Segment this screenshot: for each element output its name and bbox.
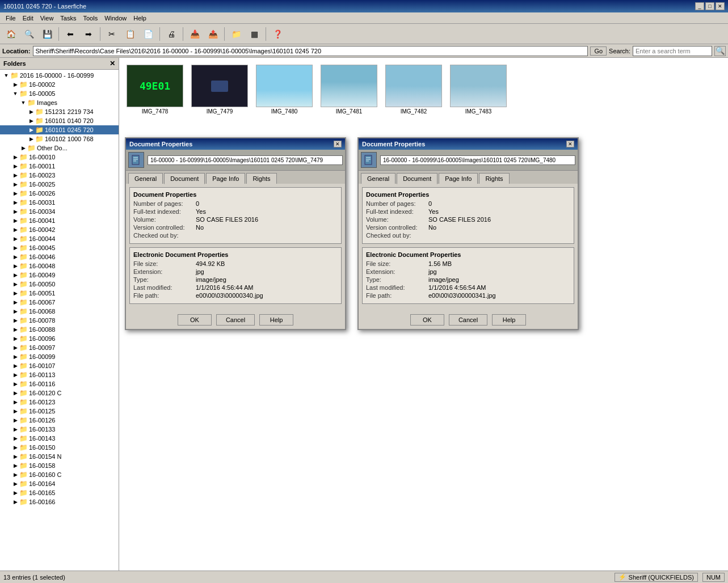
sidebar-item-16-00041[interactable]: ▶ 📁 16-00041 — [0, 216, 119, 225]
go-button[interactable]: Go — [590, 47, 607, 56]
sidebar-item-16-00046[interactable]: ▶ 📁 16-00046 — [0, 252, 119, 261]
tab-rights-1[interactable]: Rights — [246, 173, 276, 184]
help-button[interactable]: ❓ — [269, 26, 286, 42]
dialog1-icon — [128, 152, 144, 168]
dialog1-cancel-button[interactable]: Cancel — [216, 314, 255, 326]
sidebar-item-16-00096[interactable]: ▶ 📁 16-00096 — [0, 334, 119, 343]
sidebar-item-16-00078[interactable]: ▶ 📁 16-00078 — [0, 316, 119, 325]
sidebar-close-button[interactable]: ✕ — [110, 60, 115, 67]
sidebar-item-16-00045[interactable]: ▶ 📁 16-00045 — [0, 243, 119, 252]
sidebar-item-16-00143[interactable]: ▶ 📁 16-00143 — [0, 434, 119, 443]
sidebar-item-16-00123[interactable]: ▶ 📁 16-00123 — [0, 398, 119, 407]
tab-document-2[interactable]: Document — [397, 173, 437, 184]
sidebar-item-16-00158[interactable]: ▶ 📁 16-00158 — [0, 461, 119, 470]
back-button[interactable]: ⬅ — [62, 26, 79, 42]
search-input[interactable] — [633, 46, 712, 56]
thumb-item-7482[interactable]: IMG_7482 — [382, 62, 445, 117]
sidebar-item-16-00126[interactable]: ▶ 📁 16-00126 — [0, 416, 119, 425]
save-button[interactable]: 💾 — [39, 26, 56, 42]
sidebar-item-16-00051[interactable]: ▶ 📁 16-00051 — [0, 289, 119, 298]
new-folder-button[interactable]: 📁 — [228, 26, 245, 42]
sidebar-item-160102[interactable]: ▶ 📁 160102 1000 768 — [0, 134, 119, 143]
view-toggle-button[interactable]: ▦ — [246, 26, 263, 42]
sidebar-item-16-00005[interactable]: ▼ 📁 16-00005 — [0, 89, 119, 98]
sidebar-item-16-00154n[interactable]: ▶ 📁 16-00154 N — [0, 452, 119, 461]
copy-button[interactable]: 📋 — [121, 26, 138, 42]
close-button[interactable]: ✕ — [716, 2, 725, 10]
thumb-item-7481[interactable]: IMG_7481 — [318, 62, 380, 117]
menu-edit[interactable]: Edit — [19, 14, 37, 23]
sidebar-item-16-00010[interactable]: ▶ 📁 16-00010 — [0, 153, 119, 162]
sidebar-item-16-00050[interactable]: ▶ 📁 16-00050 — [0, 280, 119, 289]
paste-button[interactable]: 📄 — [140, 26, 157, 42]
sidebar-item-16-00031[interactable]: ▶ 📁 16-00031 — [0, 198, 119, 207]
menu-tools[interactable]: Tools — [79, 14, 101, 23]
menu-window[interactable]: Window — [101, 14, 130, 23]
dialog1-ok-button[interactable]: OK — [178, 314, 212, 326]
sidebar-item-16-00099[interactable]: ▶ 📁 16-00099 — [0, 352, 119, 361]
forward-button[interactable]: ➡ — [80, 26, 97, 42]
print-button[interactable]: 🖨 — [163, 26, 180, 42]
dialog2-close-button[interactable]: ✕ — [566, 141, 574, 147]
export-button[interactable]: 📤 — [204, 26, 221, 42]
menu-help[interactable]: Help — [130, 14, 150, 23]
sidebar-item-16-00116[interactable]: ▶ 📁 16-00116 — [0, 379, 119, 388]
dialog2-help-button[interactable]: Help — [492, 314, 526, 326]
sidebar-item-16-00125[interactable]: ▶ 📁 16-00125 — [0, 407, 119, 416]
tab-pageinfo-1[interactable]: Page Info — [206, 173, 245, 184]
sidebar-item-160101-0245[interactable]: ▶ 📁 160101 0245 720 — [0, 125, 119, 134]
sidebar-item-16-00023[interactable]: ▶ 📁 16-00023 — [0, 171, 119, 180]
home-button[interactable]: 🏠 — [2, 26, 19, 42]
sidebar-item-root[interactable]: ▼ 📁 2016 16-00000 - 16-00999 — [0, 71, 119, 80]
maximize-button[interactable]: □ — [705, 2, 714, 10]
sidebar-item-16-00002[interactable]: ▶ 📁 16-00002 — [0, 80, 119, 89]
dialog2-cancel-button[interactable]: Cancel — [449, 314, 487, 326]
minimize-button[interactable]: _ — [695, 2, 704, 10]
dialog1-help-button[interactable]: Help — [259, 314, 293, 326]
tab-general-1[interactable]: General — [128, 173, 163, 184]
sidebar-item-160101-0140[interactable]: ▶ 📁 160101 0140 720 — [0, 116, 119, 125]
tab-rights-2[interactable]: Rights — [479, 173, 509, 184]
sidebar-item-16-00120c[interactable]: ▶ 📁 16-00120 C — [0, 388, 119, 398]
sidebar-item-16-00164[interactable]: ▶ 📁 16-00164 — [0, 479, 119, 488]
sidebar-item-16-00067[interactable]: ▶ 📁 16-00067 — [0, 298, 119, 307]
thumb-item-7483[interactable]: IMG_7483 — [447, 62, 510, 117]
sidebar-item-16-00026[interactable]: ▶ 📁 16-00026 — [0, 189, 119, 198]
cut-button[interactable]: ✂ — [103, 26, 120, 42]
search-button[interactable]: 🔍 — [20, 26, 37, 42]
sidebar-item-16-00025[interactable]: ▶ 📁 16-00025 — [0, 180, 119, 189]
sidebar-item-16-00011[interactable]: ▶ 📁 16-00011 — [0, 162, 119, 171]
sidebar-item-16-00049[interactable]: ▶ 📁 16-00049 — [0, 271, 119, 280]
sidebar-item-16-00160c[interactable]: ▶ 📁 16-00160 C — [0, 470, 119, 479]
thumb-item-7480[interactable]: IMG_7480 — [253, 62, 315, 117]
tab-general-2[interactable]: General — [361, 173, 395, 184]
tab-document-1[interactable]: Document — [164, 173, 205, 184]
sidebar-item-16-00166[interactable]: ▶ 📁 16-00166 — [0, 497, 119, 506]
sidebar-item-16-00097[interactable]: ▶ 📁 16-00097 — [0, 343, 119, 352]
thumb-item-7478[interactable]: 49E01 IMG_7478 — [124, 62, 186, 117]
sidebar-item-16-00048[interactable]: ▶ 📁 16-00048 — [0, 261, 119, 271]
menu-tasks[interactable]: Tasks — [57, 14, 79, 23]
thumb-item-7479[interactable]: IMG_7479 — [188, 62, 251, 117]
sidebar-item-16-00133[interactable]: ▶ 📁 16-00133 — [0, 425, 119, 434]
import-button[interactable]: 📥 — [186, 26, 203, 42]
sidebar-item-151231[interactable]: ▶ 📁 151231 2219 734 — [0, 107, 119, 116]
tab-pageinfo-2[interactable]: Page Info — [439, 173, 478, 184]
address-input[interactable] — [33, 46, 588, 56]
sidebar-item-16-00113[interactable]: ▶ 📁 16-00113 — [0, 370, 119, 379]
sidebar-item-16-00068[interactable]: ▶ 📁 16-00068 — [0, 307, 119, 316]
sidebar-item-16-00150[interactable]: ▶ 📁 16-00150 — [0, 443, 119, 452]
sidebar-item-16-00034[interactable]: ▶ 📁 16-00034 — [0, 207, 119, 216]
sidebar-item-16-00165[interactable]: ▶ 📁 16-00165 — [0, 488, 119, 497]
dialog1-close-button[interactable]: ✕ — [334, 141, 342, 147]
sidebar-item-16-00107[interactable]: ▶ 📁 16-00107 — [0, 361, 119, 370]
search-go-button[interactable]: 🔍 — [714, 46, 726, 56]
sidebar-item-16-00044[interactable]: ▶ 📁 16-00044 — [0, 234, 119, 243]
sidebar-item-16-00042[interactable]: ▶ 📁 16-00042 — [0, 225, 119, 234]
dialog2-ok-button[interactable]: OK — [410, 314, 444, 326]
menu-file[interactable]: File — [2, 14, 19, 23]
menu-view[interactable]: View — [37, 14, 57, 23]
sidebar-item-other-do[interactable]: ▶ 📁 Other Do... — [0, 143, 119, 153]
sidebar-item-16-00088[interactable]: ▶ 📁 16-00088 — [0, 325, 119, 334]
sidebar-item-images[interactable]: ▼ 📁 Images — [0, 98, 119, 107]
